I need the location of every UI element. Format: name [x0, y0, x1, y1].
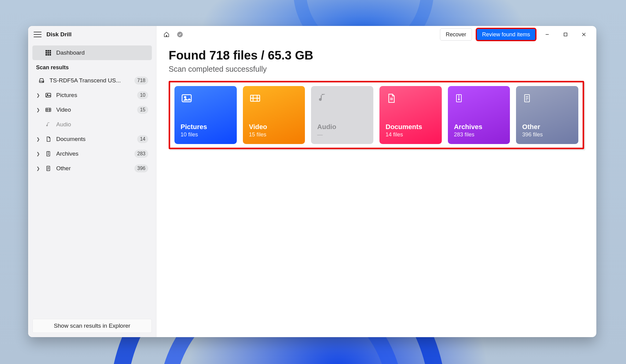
svg-rect-7 — [48, 54, 49, 56]
sidebar: Disk Drill Dashboard Scan results TS-RDF… — [28, 26, 156, 337]
sidebar-item-label: Archives — [56, 150, 130, 157]
count-badge: 10 — [137, 91, 148, 99]
chevron-right-icon: ❯ — [36, 151, 40, 156]
sidebar-item-documents[interactable]: ❯ Documents 14 — [32, 132, 152, 146]
file-icon — [522, 92, 534, 104]
sidebar-item-archives[interactable]: ❯ Archives 283 — [32, 146, 152, 161]
card-video[interactable]: Video 15 files — [243, 86, 305, 144]
card-title: Documents — [386, 123, 436, 131]
picture-icon — [181, 92, 193, 104]
archive-icon — [454, 92, 466, 104]
card-subtitle: 396 files — [522, 132, 572, 138]
card-title: Archives — [454, 123, 504, 131]
svg-rect-3 — [46, 52, 47, 54]
check-circle-icon[interactable] — [175, 30, 185, 39]
app-title: Disk Drill — [46, 31, 71, 38]
count-badge: 14 — [137, 135, 148, 143]
chevron-right-icon: ❯ — [36, 107, 40, 112]
button-label: Review found items — [482, 31, 530, 38]
sidebar-item-drive[interactable]: TS-RDF5A Transcend US... 718 — [32, 73, 152, 88]
svg-rect-24 — [166, 35, 167, 37]
grid-icon — [45, 49, 52, 56]
recover-button[interactable]: Recover — [440, 28, 472, 41]
count-badge: 283 — [134, 150, 148, 158]
archive-icon — [45, 150, 52, 157]
svg-rect-4 — [48, 52, 49, 54]
page-subtitle: Scan completed successfully — [169, 65, 584, 74]
sidebar-item-other[interactable]: ❯ Other 396 — [32, 161, 152, 176]
review-found-items-button[interactable]: Review found items — [476, 28, 536, 41]
svg-point-31 — [185, 96, 186, 98]
svg-point-19 — [48, 154, 49, 155]
show-in-explorer-button[interactable]: Show scan results in Explorer — [32, 319, 152, 333]
card-audio[interactable]: Audio — — [311, 86, 373, 144]
card-subtitle: — — [317, 132, 367, 138]
window-minimize-button[interactable] — [540, 28, 554, 41]
video-icon — [249, 92, 261, 104]
window-close-button[interactable] — [577, 28, 591, 41]
card-subtitle: 283 files — [454, 132, 504, 138]
card-archives[interactable]: Archives 283 files — [448, 86, 510, 144]
card-other[interactable]: Other 396 files — [516, 86, 578, 144]
svg-point-10 — [43, 81, 43, 82]
category-cards-highlight: Pictures 10 files Video 15 files — [169, 81, 584, 149]
picture-icon — [45, 92, 52, 99]
chevron-right-icon: ❯ — [36, 93, 40, 98]
sidebar-item-video[interactable]: ❯ Video 15 — [32, 103, 152, 117]
chevron-right-icon: ❯ — [36, 137, 40, 142]
app-window: Disk Drill Dashboard Scan results TS-RDF… — [28, 26, 596, 337]
card-title: Other — [522, 123, 572, 131]
sidebar-item-label: Audio — [56, 121, 148, 128]
sidebar-item-dashboard[interactable]: Dashboard — [32, 45, 152, 60]
card-subtitle: 14 files — [386, 132, 436, 138]
music-note-icon — [45, 121, 52, 128]
svg-rect-27 — [564, 33, 567, 36]
topbar: Recover Review found items — [156, 26, 596, 43]
video-icon — [45, 106, 52, 114]
card-documents[interactable]: Documents 14 files — [379, 86, 442, 144]
count-badge: 15 — [137, 106, 148, 114]
menu-icon[interactable] — [34, 32, 42, 37]
sidebar-item-label: Pictures — [56, 92, 133, 99]
sidebar-item-pictures[interactable]: ❯ Pictures 10 — [32, 88, 152, 103]
svg-rect-1 — [48, 50, 49, 52]
svg-rect-5 — [49, 52, 51, 54]
category-cards: Pictures 10 files Video 15 files — [174, 86, 578, 144]
sidebar-item-label: Video — [56, 106, 133, 113]
card-subtitle: 10 files — [181, 132, 231, 138]
sidebar-nav: Dashboard Scan results TS-RDF5A Transcen… — [28, 43, 156, 176]
card-title: Video — [249, 123, 299, 131]
card-subtitle: 15 files — [249, 132, 299, 138]
chevron-right-icon: ❯ — [36, 166, 40, 171]
count-badge: 718 — [134, 77, 148, 85]
sidebar-item-label: Dashboard — [56, 49, 148, 56]
svg-rect-8 — [49, 54, 51, 56]
button-label: Recover — [446, 31, 466, 38]
sidebar-item-label: Other — [56, 165, 130, 172]
main-panel: Recover Review found items Found 718 fil… — [156, 26, 596, 337]
sidebar-section-scan-results: Scan results — [32, 60, 152, 73]
home-icon[interactable] — [162, 30, 171, 39]
sidebar-item-label: TS-RDF5A Transcend US... — [49, 77, 130, 84]
card-title: Audio — [317, 123, 367, 131]
window-maximize-button[interactable] — [558, 28, 573, 41]
svg-point-40 — [458, 99, 459, 100]
svg-rect-2 — [49, 50, 51, 52]
document-icon — [45, 135, 52, 143]
svg-rect-0 — [46, 50, 47, 52]
document-icon — [386, 92, 398, 104]
sidebar-item-audio[interactable]: Audio — [32, 117, 152, 132]
drive-icon — [38, 77, 45, 84]
music-note-icon — [317, 92, 329, 104]
card-pictures[interactable]: Pictures 10 files — [174, 86, 237, 144]
content: Found 718 files / 65.3 GB Scan completed… — [156, 43, 596, 155]
svg-rect-6 — [46, 54, 47, 56]
file-icon — [45, 165, 52, 172]
button-label: Show scan results in Explorer — [54, 323, 130, 329]
sidebar-header: Disk Drill — [28, 26, 156, 43]
count-badge: 396 — [134, 164, 148, 172]
sidebar-item-label: Documents — [56, 136, 133, 142]
svg-point-25 — [177, 32, 183, 37]
page-title: Found 718 files / 65.3 GB — [169, 49, 584, 62]
card-title: Pictures — [181, 123, 231, 131]
